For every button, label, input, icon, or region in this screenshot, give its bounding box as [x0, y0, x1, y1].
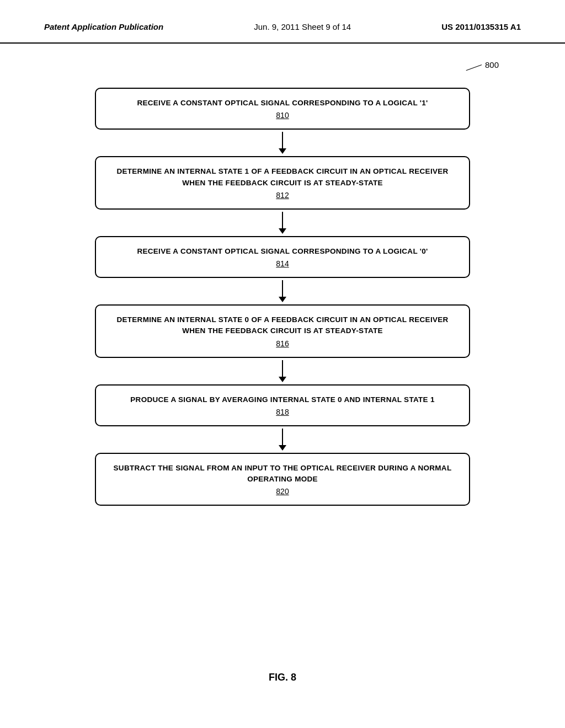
flow-box-818-number: 818: [107, 408, 458, 416]
ref-800-text: 800: [485, 60, 499, 69]
flow-box-818: PRODUCE A SIGNAL BY AVERAGING INTERNAL S…: [95, 384, 470, 426]
arrow-2-line: [282, 212, 283, 228]
flow-box-812-number: 812: [107, 191, 458, 200]
flow-box-814: RECEIVE A CONSTANT OPTICAL SIGNAL CORRES…: [95, 236, 470, 278]
header-patent-number: US 2011/0135315 A1: [441, 22, 521, 31]
flow-container: RECEIVE A CONSTANT OPTICAL SIGNAL CORRES…: [89, 88, 476, 506]
arrow-4-head: [279, 377, 286, 382]
ref-800-line: [466, 65, 482, 71]
flow-box-816-text: DETERMINE AN INTERNAL STATE 0 OF A FEEDB…: [107, 314, 458, 337]
flow-box-810-number: 810: [107, 111, 458, 120]
arrow-5-line: [282, 429, 283, 445]
arrow-4-line: [282, 360, 283, 377]
arrow-3-line: [282, 280, 283, 297]
header-date-sheet: Jun. 9, 2011 Sheet 9 of 14: [254, 22, 351, 31]
flow-box-814-text: RECEIVE A CONSTANT OPTICAL SIGNAL CORRES…: [107, 246, 458, 257]
figure-label: FIG. 8: [269, 672, 296, 683]
arrow-2-head: [279, 228, 286, 234]
arrow-1: [279, 130, 286, 156]
flow-box-820-number: 820: [107, 487, 458, 496]
flow-box-810-text: RECEIVE A CONSTANT OPTICAL SIGNAL CORRES…: [107, 98, 458, 109]
arrow-1-head: [279, 148, 286, 154]
page: Patent Application Publication Jun. 9, 2…: [0, 0, 565, 728]
flow-box-810: RECEIVE A CONSTANT OPTICAL SIGNAL CORRES…: [95, 88, 470, 130]
arrow-2: [279, 210, 286, 236]
arrow-1-line: [282, 132, 283, 148]
flow-box-816-number: 816: [107, 339, 458, 348]
flow-box-812-text: DETERMINE AN INTERNAL STATE 1 OF A FEEDB…: [107, 166, 458, 189]
ref-number-800: 800: [465, 60, 499, 69]
diagram-area: 800 RECEIVE A CONSTANT OPTICAL SIGNAL CO…: [0, 44, 565, 716]
flow-box-816: DETERMINE AN INTERNAL STATE 0 OF A FEEDB…: [95, 304, 470, 358]
flow-box-814-number: 814: [107, 259, 458, 268]
arrow-3-head: [279, 297, 286, 302]
flow-box-818-text: PRODUCE A SIGNAL BY AVERAGING INTERNAL S…: [107, 394, 458, 405]
header-publication-label: Patent Application Publication: [44, 22, 163, 31]
flow-box-820-text: SUBTRACT THE SIGNAL FROM AN INPUT TO THE…: [107, 463, 458, 485]
arrow-5: [279, 426, 286, 453]
header: Patent Application Publication Jun. 9, 2…: [0, 0, 565, 44]
arrow-4: [279, 358, 286, 384]
arrow-3: [279, 278, 286, 304]
flow-box-812: DETERMINE AN INTERNAL STATE 1 OF A FEEDB…: [95, 156, 470, 210]
arrow-5-head: [279, 445, 286, 451]
flow-box-820: SUBTRACT THE SIGNAL FROM AN INPUT TO THE…: [95, 453, 470, 506]
